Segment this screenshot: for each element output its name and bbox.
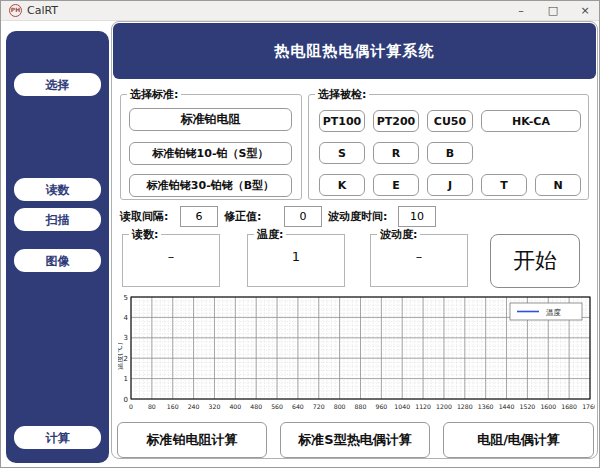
- svg-text:1600: 1600: [540, 403, 556, 410]
- readout-value: 1: [248, 249, 344, 264]
- readout-box: 温度:1: [247, 234, 345, 287]
- readout-value: –: [123, 249, 219, 264]
- svg-text:160: 160: [167, 403, 179, 410]
- readout-box: 波动度:–: [370, 234, 468, 287]
- dut-button-cu50[interactable]: CU50: [427, 110, 473, 132]
- standard-group: 选择标准: 标准铂电阻标准铂铑10-铂（S型）标准铂铑30-铂铑（B型）: [120, 94, 302, 200]
- svg-text:80: 80: [148, 403, 156, 410]
- svg-text:1040: 1040: [394, 403, 410, 410]
- readout-box: 读数:–: [122, 234, 220, 287]
- param-label: 读取间隔:: [120, 206, 168, 227]
- standard-button[interactable]: 标准铂铑10-铂（S型）: [129, 142, 292, 165]
- readout-label: 波动度:: [377, 227, 420, 242]
- close-button[interactable]: ×: [569, 1, 600, 21]
- dut-group-label: 选择被检:: [315, 87, 369, 102]
- svg-text:1280: 1280: [457, 403, 473, 410]
- param-label: 修正值:: [224, 206, 261, 227]
- chart-svg: 0801602403204004805606407208008809601040…: [118, 294, 595, 418]
- dut-button-e[interactable]: E: [373, 174, 419, 196]
- window-title: CalRT: [27, 4, 58, 17]
- svg-text:3: 3: [124, 334, 128, 342]
- svg-text:640: 640: [292, 403, 304, 410]
- readout-value: –: [371, 249, 467, 264]
- svg-text:320: 320: [209, 403, 221, 410]
- svg-text:1360: 1360: [478, 403, 494, 410]
- dut-button-r[interactable]: R: [373, 142, 419, 164]
- svg-text:1120: 1120: [415, 403, 431, 410]
- svg-text:400: 400: [229, 403, 241, 410]
- dut-button-b[interactable]: B: [427, 142, 473, 164]
- svg-text:1: 1: [124, 375, 128, 383]
- start-button[interactable]: 开始: [490, 234, 580, 288]
- dut-button-hk-ca[interactable]: HK-CA: [481, 110, 581, 132]
- dut-group: 选择被检: PT100PT200CU50HK-CASRBKEJTN: [308, 94, 589, 200]
- readout-label: 读数:: [129, 227, 161, 242]
- dut-button-s[interactable]: S: [319, 142, 365, 164]
- app-window: PH CalRT – □ × 选择读数扫描图像计算 热电阻热电偶计算系统 选择标…: [0, 0, 600, 468]
- svg-text:1200: 1200: [436, 403, 452, 410]
- dut-button-k[interactable]: K: [319, 174, 365, 196]
- svg-text:温度(℃): 温度(℃): [118, 342, 124, 370]
- readout-label: 温度:: [254, 227, 286, 242]
- svg-text:1760: 1760: [582, 403, 595, 410]
- svg-text:1680: 1680: [561, 403, 577, 410]
- svg-text:1440: 1440: [499, 403, 515, 410]
- legend-label: 温度: [546, 308, 562, 317]
- svg-text:480: 480: [250, 403, 262, 410]
- dut-button-j[interactable]: J: [427, 174, 473, 196]
- svg-text:800: 800: [334, 403, 346, 410]
- svg-text:4: 4: [124, 314, 129, 322]
- svg-text:560: 560: [271, 403, 283, 410]
- app-icon: PH: [9, 4, 22, 17]
- standard-group-label: 选择标准:: [127, 87, 181, 102]
- svg-text:0: 0: [124, 396, 128, 404]
- title-bar: PH CalRT – □ ×: [1, 1, 600, 21]
- param-input-1[interactable]: [284, 206, 322, 227]
- bottom-button-0[interactable]: 标准铂电阻计算: [117, 422, 267, 458]
- standard-button[interactable]: 标准铂电阻: [129, 108, 292, 131]
- svg-text:720: 720: [313, 403, 325, 410]
- sidebar-item-select[interactable]: 选择: [14, 73, 101, 96]
- page-title: 热电阻热电偶计算系统: [113, 23, 596, 79]
- main-panel: 热电阻热电偶计算系统 选择标准: 标准铂电阻标准铂铑10-铂（S型）标准铂铑30…: [111, 21, 598, 459]
- dut-button-n[interactable]: N: [535, 174, 581, 196]
- param-label: 波动度时间:: [328, 206, 387, 227]
- sidebar-item-image[interactable]: 图像: [14, 249, 101, 272]
- svg-text:2: 2: [124, 355, 128, 363]
- dut-button-pt100[interactable]: PT100: [319, 110, 365, 132]
- svg-text:1520: 1520: [520, 403, 536, 410]
- standard-button[interactable]: 标准铂铑30-铂铑（B型）: [129, 174, 292, 197]
- svg-text:880: 880: [355, 403, 367, 410]
- dut-button-pt200[interactable]: PT200: [373, 110, 419, 132]
- svg-text:5: 5: [124, 294, 128, 302]
- svg-text:960: 960: [375, 403, 387, 410]
- sidebar: 选择读数扫描图像计算: [6, 31, 109, 463]
- dut-button-t[interactable]: T: [481, 174, 527, 196]
- svg-text:0: 0: [129, 403, 133, 410]
- bottom-button-1[interactable]: 标准S型热电偶计算: [280, 422, 430, 458]
- temperature-chart: 0801602403204004805606407208008809601040…: [118, 294, 595, 418]
- svg-text:240: 240: [188, 403, 200, 410]
- minimize-button[interactable]: –: [505, 1, 537, 21]
- param-input-2[interactable]: [398, 206, 436, 227]
- bottom-button-2[interactable]: 电阻/电偶计算: [443, 422, 594, 458]
- sidebar-item-calculate[interactable]: 计算: [14, 426, 101, 449]
- sidebar-item-scan[interactable]: 扫描: [14, 208, 101, 231]
- sidebar-item-reading[interactable]: 读数: [14, 178, 101, 201]
- param-input-0[interactable]: [180, 206, 218, 227]
- maximize-button[interactable]: □: [537, 1, 569, 21]
